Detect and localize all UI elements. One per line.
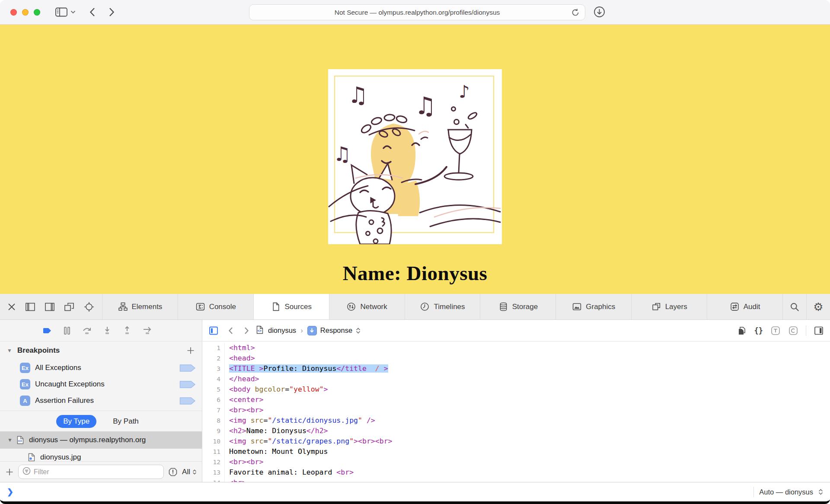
devtools-tabs: ElementsConsoleSourcesNetworkTimelinesSt… <box>102 294 783 319</box>
pause-script-icon[interactable] <box>62 325 72 336</box>
search-button[interactable] <box>783 294 807 319</box>
reload-icon[interactable] <box>570 7 581 19</box>
image-file-icon <box>27 453 36 461</box>
line-number[interactable]: 14 <box>202 478 220 482</box>
breakpoint-item[interactable]: ExAll Exceptions <box>0 360 202 376</box>
timelines-icon <box>420 302 430 312</box>
dock-right-icon[interactable] <box>45 302 55 312</box>
element-picker-icon[interactable] <box>83 301 95 313</box>
breakpoint-badge-icon: Ex <box>20 363 30 373</box>
close-devtools-icon[interactable] <box>7 303 16 311</box>
tab-audit[interactable]: Audit <box>707 294 783 319</box>
code-line: <html> <box>229 343 830 353</box>
line-number[interactable]: 9 <box>202 426 220 436</box>
line-number[interactable]: 3 <box>202 364 220 374</box>
address-bar[interactable]: Not Secure — olympus.realpython.org/prof… <box>249 4 585 20</box>
step-over-icon[interactable] <box>81 325 93 336</box>
line-number[interactable]: 2 <box>202 353 220 364</box>
traffic-lights <box>10 9 40 16</box>
detach-window-icon[interactable] <box>64 302 74 312</box>
code-file-icon: <> <box>255 325 265 336</box>
source-mode-icon[interactable] <box>788 325 798 336</box>
line-number[interactable]: 1 <box>202 343 220 353</box>
line-number[interactable]: 4 <box>202 374 220 384</box>
resource-grouping-control: By Type By Path <box>0 411 202 431</box>
step-into-icon[interactable] <box>102 325 112 336</box>
breakpoint-item[interactable]: AAssertion Failures <box>0 392 202 409</box>
code-line: <br><br> <box>229 405 830 415</box>
line-numbers[interactable]: 1234567891011121314 <box>202 343 225 482</box>
line-number[interactable]: 11 <box>202 447 220 457</box>
step-icon[interactable] <box>142 325 153 336</box>
step-out-icon[interactable] <box>122 325 132 336</box>
back-button[interactable] <box>89 7 95 17</box>
sidebar-toggle-icon[interactable] <box>55 7 68 17</box>
code-line: Hometown: Mount Olympus <box>229 447 830 457</box>
svg-text:♫: ♫ <box>333 142 351 166</box>
details-sidebar-toggle-icon[interactable] <box>814 325 824 336</box>
code-editor[interactable]: 1234567891011121314 <html><head><TITLE >… <box>202 341 830 482</box>
line-number[interactable]: 7 <box>202 405 220 415</box>
sources-icon <box>271 302 281 312</box>
text-mode-icon[interactable] <box>770 325 781 336</box>
tree-item[interactable]: dionysus.jpg <box>0 449 202 461</box>
line-number[interactable]: 6 <box>202 395 220 405</box>
line-number[interactable]: 5 <box>202 384 220 395</box>
console-prompt-chevron-icon[interactable]: ❯ <box>7 487 13 497</box>
tab-graphics[interactable]: Graphics <box>556 294 632 319</box>
tree-item[interactable]: ▼<>dionysus — olympus.realpython.org <box>0 431 202 449</box>
tab-storage[interactable]: Storage <box>480 294 556 319</box>
filter-field[interactable] <box>18 465 164 479</box>
breakpoints-enabled-flag-icon[interactable] <box>42 326 53 335</box>
line-number[interactable]: 12 <box>202 457 220 467</box>
zoom-window-button[interactable] <box>34 9 40 16</box>
breakpoint-flag-icon[interactable] <box>179 364 196 372</box>
tree-item-label: dionysus — olympus.realpython.org <box>29 436 146 444</box>
code-line: <br> <box>229 478 830 482</box>
console-icon <box>195 302 205 312</box>
tab-console[interactable]: Console <box>178 294 254 319</box>
disclosure-triangle-icon[interactable]: ▼ <box>4 437 16 443</box>
response-dropdown-label[interactable]: Response <box>320 326 352 335</box>
tab-elements[interactable]: Elements <box>102 294 178 319</box>
tab-network[interactable]: Network <box>329 294 405 319</box>
source-back-button[interactable] <box>228 327 233 335</box>
copy-icon[interactable] <box>737 325 747 336</box>
group-by-path-button[interactable]: By Path <box>106 415 146 428</box>
tab-label: Network <box>360 303 387 311</box>
response-dropdown-chevrons-icon[interactable] <box>356 328 361 334</box>
breakpoint-badge-icon: Ex <box>20 379 30 389</box>
sidebar-menu-chevron-icon[interactable] <box>70 10 76 14</box>
sources-main-area: ▼ Breakpoints ExAll ExceptionsExUncaught… <box>0 341 830 482</box>
settings-gear-icon[interactable]: ⚙ <box>807 294 830 319</box>
breakpoint-flag-icon[interactable] <box>179 380 196 389</box>
group-by-type-button[interactable]: By Type <box>56 415 96 428</box>
add-resource-button[interactable] <box>5 468 14 476</box>
dock-left-icon[interactable] <box>25 302 35 312</box>
tab-timelines[interactable]: Timelines <box>405 294 481 319</box>
pretty-print-icon[interactable]: {} <box>754 326 763 335</box>
issues-icon[interactable] <box>168 467 178 477</box>
breadcrumb-resource[interactable]: dionysus <box>268 326 296 335</box>
downloads-button[interactable] <box>593 6 606 18</box>
add-breakpoint-button[interactable] <box>186 346 195 355</box>
line-number[interactable]: 10 <box>202 436 220 447</box>
navigation-sidebar-toggle-icon[interactable] <box>208 325 219 336</box>
line-number[interactable]: 8 <box>202 415 220 426</box>
issues-scope-dropdown[interactable]: All <box>182 468 197 476</box>
code-line: </head> <box>229 374 830 384</box>
context-dropdown-chevrons-icon[interactable] <box>818 489 823 495</box>
source-forward-button[interactable] <box>244 327 249 335</box>
filter-input[interactable] <box>34 468 160 476</box>
disclosure-triangle-icon[interactable]: ▼ <box>7 348 17 354</box>
line-number[interactable]: 13 <box>202 467 220 478</box>
close-window-button[interactable] <box>10 9 17 16</box>
breakpoint-item[interactable]: ExUncaught Exceptions <box>0 376 202 392</box>
code-line: <body bgcolor="yellow"> <box>229 384 830 395</box>
tab-sources[interactable]: Sources <box>254 294 329 319</box>
breakpoint-flag-icon[interactable] <box>179 397 196 405</box>
forward-button[interactable] <box>109 7 115 17</box>
breakpoints-header[interactable]: ▼ Breakpoints <box>0 341 202 360</box>
minimize-window-button[interactable] <box>22 9 29 16</box>
tab-layers[interactable]: Layers <box>632 294 707 319</box>
